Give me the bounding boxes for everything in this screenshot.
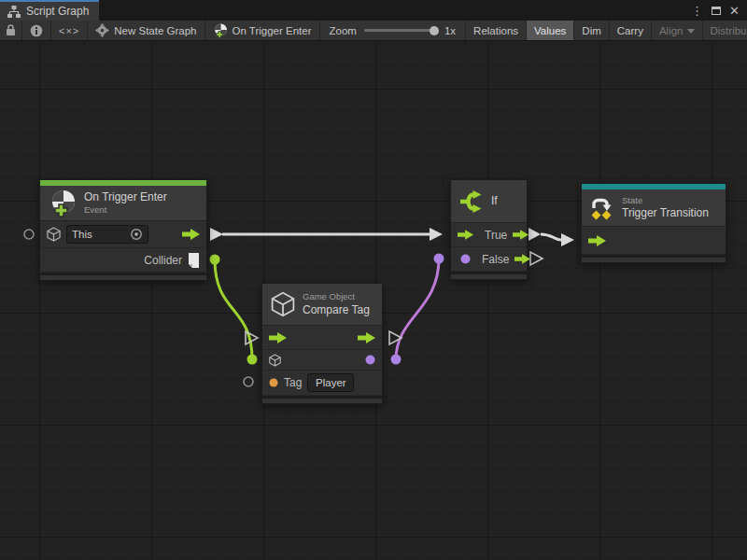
lock-button[interactable] — [0, 21, 22, 40]
gameobject-input-port[interactable] — [247, 355, 258, 365]
wire-collider-to-comparetag — [215, 259, 252, 359]
collider-output-port[interactable] — [210, 255, 220, 265]
target-object-field[interactable]: This — [66, 225, 148, 244]
node-compare-tag[interactable]: Game Object Compare Tag — [261, 283, 383, 404]
transition-icon — [590, 196, 614, 220]
node-footer — [451, 272, 527, 279]
values-label: Values — [534, 25, 566, 36]
align-label: Align — [659, 25, 684, 36]
tag-row: Tag Player — [262, 371, 382, 396]
target-object-value: This — [72, 229, 92, 240]
flow-input-arrow-icon[interactable] — [588, 235, 606, 246]
node-header[interactable]: State Trigger Transition — [582, 189, 726, 227]
flow-arrowhead — [430, 228, 443, 241]
trigger-event-icon — [213, 23, 228, 38]
zoom-value: 1x — [444, 25, 456, 36]
distribute-menu[interactable]: Distribute — [703, 21, 747, 40]
flow-output-arrow-icon[interactable] — [514, 254, 530, 264]
node-title: If — [491, 194, 498, 208]
node-header[interactable]: On Trigger Enter Event — [40, 186, 206, 221]
target-input-port-empty[interactable] — [24, 230, 34, 239]
comparetag-flow-in-port-empty[interactable] — [246, 331, 258, 344]
script-graph-window: Script Graph ⋮ ✕ — [0, 0, 747, 560]
distribute-label: Distribute — [711, 25, 747, 36]
wire-if-to-transition — [541, 234, 561, 240]
relations-label: Relations — [473, 25, 518, 36]
carry-toggle[interactable]: Carry — [610, 21, 652, 40]
zoom-slider[interactable] — [364, 29, 437, 32]
zoom-control: Zoom 1x — [320, 21, 467, 40]
gameobject-result-row — [262, 350, 382, 371]
true-row: True — [451, 223, 527, 247]
boolean-port-icon[interactable] — [365, 355, 375, 365]
node-header[interactable]: If — [451, 180, 527, 223]
info-button[interactable] — [22, 21, 51, 40]
new-state-graph-label: New State Graph — [114, 25, 196, 36]
lock-icon — [6, 24, 16, 36]
event-reference-label: On Trigger Enter — [233, 25, 312, 36]
collider-label: Collider — [144, 254, 182, 267]
condition-input-port[interactable] — [434, 254, 444, 264]
flow-output-arrow-icon[interactable] — [513, 230, 529, 240]
flow-output-port-trigger[interactable] — [210, 228, 223, 241]
tab-title: Script Graph — [26, 5, 89, 18]
event-reference-button[interactable]: On Trigger Enter — [205, 21, 320, 40]
values-toggle[interactable]: Values — [527, 21, 574, 40]
branch-icon — [459, 190, 484, 213]
window-close-button[interactable]: ✕ — [729, 5, 740, 17]
node-footer — [40, 273, 206, 280]
chevron-down-icon — [687, 29, 695, 34]
node-footer — [262, 396, 382, 403]
trigger-event-icon — [49, 189, 77, 217]
edit-code-button[interactable]: <×> — [51, 21, 88, 40]
window-maximize-button[interactable] — [712, 7, 721, 15]
flow-input-arrow-icon[interactable] — [458, 230, 473, 240]
zoom-label: Zoom — [330, 25, 357, 36]
true-output-port[interactable] — [529, 228, 541, 241]
string-port-icon[interactable] — [269, 378, 278, 387]
flow-input-arrow-icon[interactable] — [269, 332, 287, 343]
flow-arrowhead — [561, 233, 574, 246]
window-menu-button[interactable]: ⋮ — [691, 5, 703, 17]
flow-row — [582, 227, 726, 255]
info-icon — [30, 24, 43, 37]
tag-value-field[interactable]: Player — [307, 373, 354, 392]
comparetag-flow-out-port-empty[interactable] — [389, 331, 402, 344]
state-graph-icon — [95, 23, 109, 37]
zoom-slider-handle[interactable] — [430, 26, 439, 35]
node-trigger-transition[interactable]: State Trigger Transition — [581, 183, 726, 263]
false-output-port-empty[interactable] — [530, 252, 543, 265]
node-header[interactable]: Game Object Compare Tag — [262, 284, 382, 326]
boolean-output-port[interactable] — [391, 355, 402, 365]
graph-toolbar: <×> New State Graph — [0, 21, 747, 41]
tag-value: Player — [316, 377, 346, 388]
wire-comparetag-to-if — [396, 259, 439, 359]
graph-canvas[interactable]: On Trigger Enter Event This — [0, 41, 747, 560]
target-row: This — [40, 221, 206, 248]
cube-icon[interactable] — [269, 354, 281, 367]
tag-input-port-empty[interactable] — [244, 377, 253, 386]
boolean-port-icon[interactable] — [460, 254, 471, 264]
flow-output-arrow-icon[interactable] — [358, 332, 375, 343]
align-menu[interactable]: Align — [652, 21, 703, 40]
cube-icon — [47, 227, 61, 242]
flow-output-arrow-icon[interactable] — [182, 229, 200, 240]
node-subtitle: Game Object — [303, 291, 370, 302]
gameobject-cube-icon — [271, 291, 295, 317]
document-icon[interactable] — [188, 253, 200, 268]
false-row: False — [451, 247, 527, 272]
node-title: On Trigger Enter — [84, 190, 167, 204]
node-title: Trigger Transition — [622, 206, 709, 220]
object-picker-icon[interactable] — [130, 228, 143, 241]
dim-toggle[interactable]: Dim — [574, 21, 609, 40]
tab-bar: Script Graph ⋮ ✕ — [0, 0, 747, 21]
node-subtitle: Event — [84, 204, 167, 216]
false-label: False — [482, 253, 509, 266]
relations-toggle[interactable]: Relations — [466, 21, 527, 40]
tab-script-graph[interactable]: Script Graph — [0, 0, 99, 21]
new-state-graph-button[interactable]: New State Graph — [88, 21, 204, 40]
code-icon: <×> — [59, 25, 79, 36]
node-if[interactable]: If True False — [450, 179, 528, 280]
node-on-trigger-enter[interactable]: On Trigger Enter Event This — [39, 179, 207, 281]
node-title: Compare Tag — [303, 303, 370, 317]
